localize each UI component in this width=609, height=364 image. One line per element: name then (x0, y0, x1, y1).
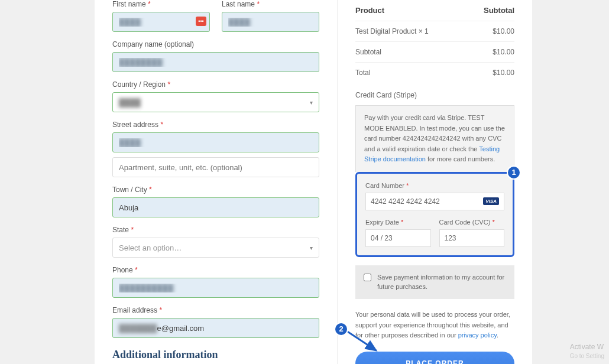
country-label: Country / Region * (112, 80, 319, 89)
phone-input[interactable] (112, 278, 319, 298)
email-label: Email address * (112, 306, 319, 314)
subtotal-header: Subtotal (484, 6, 514, 15)
order-total-row: Total $10.00 (355, 62, 514, 83)
chevron-down-icon: ▾ (310, 245, 313, 251)
windows-activation-watermark: Activate W Go to Setting (570, 342, 604, 360)
save-payment-text: Save payment information to my account f… (377, 272, 506, 292)
additional-heading: Additional information (112, 349, 319, 361)
expiry-input[interactable]: 04 / 23 (365, 229, 431, 247)
order-header-row: Product Subtotal (355, 0, 514, 21)
country-select[interactable]: ████ ▾ (112, 92, 319, 112)
phone-label: Phone * (112, 266, 319, 274)
order-line-item: Test Digital Product × 1 $10.00 (355, 21, 514, 41)
visa-icon: VISA (483, 197, 499, 205)
email-input[interactable]: ███████e@gmail.com (112, 318, 319, 338)
state-label: State * (112, 226, 319, 234)
city-input[interactable] (112, 197, 319, 217)
company-label: Company name (optional) (112, 40, 319, 48)
save-payment-box: Save payment information to my account f… (355, 265, 514, 299)
last-name-label: Last name * (222, 0, 319, 8)
autofill-icon: ••• (196, 17, 206, 26)
street-label: Street address * (112, 121, 319, 129)
annotation-badge-1: 1 (507, 165, 521, 180)
chevron-down-icon: ▾ (310, 99, 313, 106)
order-subtotal-row: Subtotal $10.00 (355, 41, 514, 62)
svg-line-1 (346, 331, 376, 350)
street2-input[interactable] (112, 157, 319, 177)
first-name-label: First name * (112, 0, 210, 8)
state-select[interactable]: Select an option… ▾ (112, 238, 319, 258)
city-label: Town / City * (112, 186, 319, 194)
company-input[interactable] (112, 52, 319, 72)
stripe-info-box: Pay with your credit card via Stripe. TE… (355, 105, 514, 172)
last-name-input[interactable] (222, 12, 319, 32)
card-number-label: Card Number * (365, 182, 504, 189)
expiry-label: Expiry Date * (365, 219, 431, 226)
cvc-input[interactable]: 123 (439, 229, 505, 247)
card-form-section: 1 Card Number * 4242 4242 4242 4242 VISA… (355, 172, 514, 257)
payment-method-label: Credit Card (Stripe) (355, 91, 514, 99)
save-payment-checkbox[interactable] (364, 274, 371, 281)
cvc-label: Card Code (CVC) * (439, 219, 505, 226)
privacy-policy-link[interactable]: privacy policy (458, 332, 497, 339)
card-number-input[interactable]: 4242 4242 4242 4242 VISA (365, 193, 504, 210)
product-header: Product (355, 6, 384, 15)
annotation-arrow-icon (344, 328, 385, 358)
street1-input[interactable] (112, 132, 319, 152)
annotation-badge-2: 2 (334, 322, 348, 336)
